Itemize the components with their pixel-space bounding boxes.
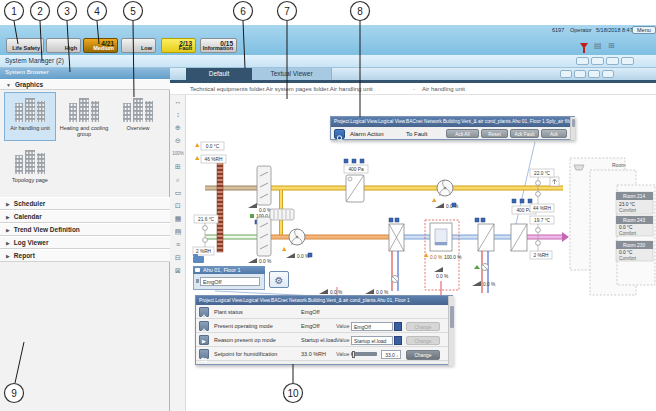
ack-all-button[interactable]: Ack All — [446, 129, 479, 138]
category-medium-button[interactable]: 4/21 Medium — [83, 38, 118, 53]
section-label: Calendar — [14, 213, 42, 220]
select-rect-icon[interactable]: ▭ — [170, 186, 186, 199]
category-high-button[interactable]: High — [46, 38, 81, 53]
outside-air-sensors[interactable]: 0.0 °C 46 %RH — [195, 142, 226, 163]
layers-icon[interactable]: ▦ — [170, 212, 186, 225]
cooling-coil[interactable] — [511, 224, 527, 251]
humidifier[interactable]: 0.0 % 100.0 % 0.0 % — [424, 220, 462, 295]
supply-fan[interactable]: 0.0 % — [282, 229, 312, 259]
alarm-popup-titlebar[interactable]: Project.Logical View.Logical View.BACnet… — [331, 117, 570, 127]
property-row-operating-mode[interactable]: Present operating mode EmgOff Value EmgO… — [196, 319, 448, 333]
change-button[interactable]: Change — [406, 322, 440, 331]
property-row-reason-op-mode[interactable]: ▶ Reason present op mode Startup el.load… — [196, 333, 448, 347]
folder-icon[interactable] — [193, 256, 204, 263]
thumbnail-air-handling-unit[interactable]: Air handling unit — [4, 92, 56, 141]
alarm-popup-scrollbar[interactable] — [570, 117, 575, 140]
duct-pressure-value: 400 Pa — [516, 208, 532, 213]
room-card[interactable]: Room 243 0.0 °C Comfort — [616, 216, 653, 236]
setpoint-spinner[interactable]: 33.0 ↕ — [381, 350, 401, 359]
reason-dropdown[interactable]: Startup el.load — [351, 336, 393, 345]
pane-control-button[interactable] — [591, 57, 604, 65]
layout-preset-button[interactable] — [574, 70, 586, 78]
slider-handle[interactable] — [352, 351, 355, 358]
ahu-window-titlebar[interactable]: Ahu 01, Floor 1 — [193, 266, 265, 274]
property-row-plant-status[interactable]: Plant status EmgOff — [196, 305, 448, 319]
system-browser-header[interactable]: System Browser — [0, 68, 170, 79]
tab-textual-viewer[interactable]: Textual Viewer — [252, 68, 332, 80]
category-label: Medium — [93, 45, 114, 51]
thumbnail-topology-page[interactable]: Topology page — [4, 144, 56, 193]
section-graphics[interactable]: ▼Graphics — [0, 79, 170, 90]
filter-icon[interactable] — [580, 43, 588, 49]
list-icon[interactable]: ≡ — [170, 238, 186, 251]
exhaust-fan[interactable]: 0.0 % — [432, 180, 459, 209]
property-row-humidification-setpoint[interactable]: Setpoint for humidification 33.0 %RH Val… — [196, 347, 448, 361]
zoom-out-icon[interactable]: ⊖ — [170, 134, 186, 147]
thumbnail-heating-cooling-group[interactable]: Heating and cooling group — [58, 92, 110, 141]
layout-icon[interactable]: ⊞ — [608, 41, 615, 50]
scrollbar-thumb[interactable] — [450, 306, 454, 328]
zoom-in-icon[interactable]: ⊕ — [170, 121, 186, 134]
properties-popup-scrollbar[interactable] — [448, 296, 454, 366]
outside-air-damper[interactable]: 0.0 % — [248, 217, 272, 264]
columns-icon[interactable]: ▤ — [594, 41, 602, 50]
value-label: Value — [336, 323, 350, 329]
mode-dropdown[interactable]: EmgOff — [351, 322, 393, 331]
section-report[interactable]: ▶Report — [0, 249, 170, 262]
fit-to-window-icon[interactable]: ⊞ — [170, 160, 186, 173]
reset-button[interactable]: Reset — [481, 129, 508, 138]
pane-control-button[interactable] — [576, 57, 589, 65]
setpoint-slider[interactable] — [351, 352, 377, 356]
room-card[interactable]: Room 230 0.0 °C Comfort — [616, 241, 653, 261]
thumbnail-overview[interactable]: Overview — [112, 92, 164, 141]
room-card[interactable]: Room 214 23.0 °C Comfort — [616, 192, 653, 214]
tab-default[interactable]: Default — [186, 68, 252, 80]
outside-rh: 46 %RH — [205, 157, 223, 162]
damper-position: 0.0 % — [259, 259, 272, 264]
zoom-level-label[interactable]: 100% — [170, 147, 186, 160]
pan-horizontal-icon[interactable]: ↔ — [170, 95, 186, 108]
graphics-toolbar: ↔ ↕ ⊕ ⊖ 100% ⊞ ⌕ ▭ ⊡ ▦ ▤ ≡ ⊟ ⊠ — [170, 95, 186, 411]
intake-louver[interactable] — [217, 160, 223, 252]
ack-button[interactable]: Ack — [541, 129, 567, 138]
properties-popup-titlebar[interactable]: Project.Logical View.Logical View.BACnet… — [196, 296, 448, 305]
alarm-source-icon[interactable] — [334, 129, 345, 139]
category-information-button[interactable]: 0/15 Information — [200, 38, 237, 53]
heating-coil[interactable]: 0.0 % — [472, 218, 496, 293]
ack-fault-button[interactable]: Ack Fault — [510, 129, 539, 138]
section-label: Graphics — [15, 81, 43, 88]
heat-recovery-exchanger[interactable]: 0.0 % 0.0 % — [319, 218, 404, 295]
layout-preset-button[interactable] — [602, 70, 614, 78]
category-fault-button[interactable]: 2/13 Fault — [161, 38, 196, 53]
section-log-viewer[interactable]: ▶Log Viewer — [0, 236, 170, 249]
mode-input[interactable] — [200, 277, 260, 286]
section-calendar[interactable]: ▶Calendar — [0, 210, 170, 223]
category-life-safety-button[interactable]: Life Safety — [6, 38, 44, 53]
layout-preset-button[interactable] — [588, 70, 600, 78]
priority-button[interactable] — [394, 322, 402, 331]
menu-button[interactable]: Menu — [632, 26, 656, 34]
pan-vertical-icon[interactable]: ↕ — [170, 108, 186, 121]
pane-control-button[interactable] — [606, 57, 619, 65]
air-filter[interactable]: 400 Pa — [344, 159, 368, 202]
section-scheduler[interactable]: ▶Scheduler — [0, 197, 170, 210]
zoom-window-icon[interactable]: ⌕ — [170, 173, 186, 186]
change-button[interactable]: Change — [406, 350, 440, 360]
breadcrumb[interactable]: Technical equipments folder.Air system p… — [190, 86, 373, 92]
copy-icon[interactable]: ⊟ — [170, 251, 186, 264]
layout-preset-button[interactable] — [560, 70, 572, 78]
power-icon — [199, 321, 209, 331]
sliders-icon — [199, 349, 209, 359]
priority-button[interactable] — [394, 336, 402, 345]
magnifier-icon[interactable]: ⊡ — [170, 199, 186, 212]
settings-gear-button[interactable]: ⚙ — [269, 271, 289, 288]
pane-control-button[interactable] — [621, 57, 634, 65]
section-trend-view-definition[interactable]: ▶Trend View Definition — [0, 223, 170, 236]
depth-icon[interactable]: ▤ — [170, 225, 186, 238]
print-icon[interactable]: ⊠ — [170, 264, 186, 277]
category-low-button[interactable]: Low — [121, 38, 156, 53]
alarm-action-label: Alarm Action — [350, 131, 384, 137]
change-button[interactable]: Change — [406, 336, 440, 345]
category-label: Fault — [179, 45, 192, 51]
spinner-arrows-icon[interactable]: ↕ — [396, 354, 398, 358]
